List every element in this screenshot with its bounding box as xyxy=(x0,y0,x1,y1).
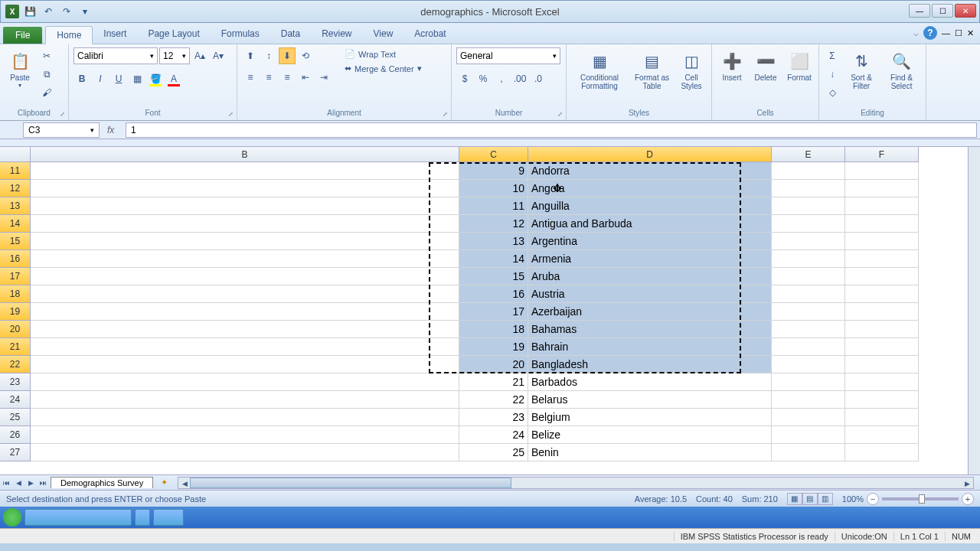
cell[interactable] xyxy=(772,197,845,215)
tab-data[interactable]: Data xyxy=(270,25,311,44)
normal-view-icon[interactable]: ▦ xyxy=(787,493,802,505)
cell[interactable]: 12 xyxy=(459,215,528,233)
cell[interactable]: Azerbaijan xyxy=(528,303,772,321)
cell[interactable] xyxy=(772,303,845,321)
taskbar-item[interactable] xyxy=(135,509,150,526)
cell[interactable] xyxy=(772,250,845,268)
page-break-view-icon[interactable]: ▥ xyxy=(818,493,833,505)
underline-button[interactable]: U xyxy=(110,70,127,87)
save-icon[interactable]: 💾 xyxy=(22,4,38,19)
cell[interactable] xyxy=(845,409,919,426)
cell[interactable] xyxy=(772,373,845,391)
undo-icon[interactable]: ↶ xyxy=(41,4,56,19)
tab-review[interactable]: Review xyxy=(311,25,362,44)
horizontal-scrollbar[interactable]: ◀ ▶ xyxy=(178,477,974,489)
cell[interactable]: 25 xyxy=(459,444,528,461)
cell[interactable] xyxy=(845,162,919,180)
align-right-icon[interactable]: ≡ xyxy=(279,69,296,86)
orientation-icon[interactable]: ⟲ xyxy=(297,47,314,64)
cell[interactable] xyxy=(31,426,459,444)
number-launcher-icon[interactable]: ⤢ xyxy=(555,109,564,119)
merge-center-button[interactable]: ⬌ Merge & Center ▾ xyxy=(341,62,425,75)
cell[interactable]: 19 xyxy=(459,338,528,356)
number-format-combo[interactable]: General▾ xyxy=(456,47,560,64)
cell[interactable]: 15 xyxy=(459,268,528,285)
cell[interactable] xyxy=(772,268,845,285)
hscroll-right-icon[interactable]: ▶ xyxy=(961,478,973,490)
cell[interactable]: Anguilla xyxy=(528,197,772,215)
row-header[interactable]: 12 xyxy=(0,180,31,197)
cell[interactable]: Aruba xyxy=(528,268,772,285)
start-button[interactable] xyxy=(3,508,21,527)
page-layout-view-icon[interactable]: ▤ xyxy=(802,493,818,505)
maximize-button[interactable]: ☐ xyxy=(932,4,953,18)
cell[interactable] xyxy=(772,180,845,197)
row-header[interactable]: 17 xyxy=(0,268,31,285)
clipboard-launcher-icon[interactable]: ⤢ xyxy=(57,109,67,119)
cell[interactable]: 20 xyxy=(459,356,528,373)
font-size-combo[interactable]: 12 ▾ xyxy=(159,47,190,64)
find-select-button[interactable]: 🔍Find & Select xyxy=(882,47,921,92)
zoom-out-button[interactable]: − xyxy=(867,493,879,505)
cell[interactable] xyxy=(845,321,919,338)
cell[interactable] xyxy=(845,197,919,215)
row-header[interactable]: 21 xyxy=(0,338,31,356)
cell[interactable] xyxy=(845,268,919,285)
cell[interactable] xyxy=(31,338,459,356)
alignment-launcher-icon[interactable]: ⤢ xyxy=(440,109,449,119)
cell[interactable]: 14 xyxy=(459,250,528,268)
cell[interactable]: 16 xyxy=(459,285,528,303)
border-icon[interactable]: ▦ xyxy=(129,70,145,87)
tab-page-layout[interactable]: Page Layout xyxy=(137,25,210,44)
row-header[interactable]: 25 xyxy=(0,409,31,426)
taskbar-item[interactable] xyxy=(153,509,184,526)
hscroll-thumb[interactable] xyxy=(190,478,511,488)
cell[interactable]: Benin xyxy=(528,444,772,461)
copy-icon[interactable]: ⧉ xyxy=(38,66,55,83)
cell[interactable] xyxy=(845,426,919,444)
conditional-formatting-button[interactable]: ▦Conditional Formatting xyxy=(571,47,628,92)
align-center-icon[interactable]: ≡ xyxy=(260,69,277,86)
row-header[interactable]: 24 xyxy=(0,391,31,409)
window-close-icon[interactable]: ✕ xyxy=(967,28,974,38)
cell[interactable]: 9 xyxy=(459,162,528,180)
spreadsheet-grid[interactable]: BCDEF 1112131415161718192021222324252627… xyxy=(0,147,980,474)
cell[interactable] xyxy=(772,391,845,409)
cell[interactable]: 23 xyxy=(459,409,528,426)
autosum-icon[interactable]: Σ xyxy=(824,47,841,64)
window-restore-icon[interactable]: ☐ xyxy=(955,28,962,38)
sort-filter-button[interactable]: ⇅Sort & Filter xyxy=(844,47,879,92)
zoom-in-button[interactable]: + xyxy=(962,493,974,505)
currency-icon[interactable]: $ xyxy=(456,70,473,87)
taskbar-item[interactable] xyxy=(24,509,132,526)
cell[interactable] xyxy=(845,180,919,197)
tab-home[interactable]: Home xyxy=(45,26,93,44)
cell[interactable] xyxy=(845,356,919,373)
name-box[interactable]: C3▾ xyxy=(23,122,100,138)
paste-button[interactable]: 📋 Paste ▾ xyxy=(5,47,35,90)
cell[interactable] xyxy=(31,215,459,233)
cell[interactable] xyxy=(31,321,459,338)
shrink-font-icon[interactable]: A▾ xyxy=(210,47,227,64)
cell[interactable] xyxy=(31,233,459,250)
zoom-slider[interactable] xyxy=(882,497,959,500)
cell[interactable]: Bahrain xyxy=(528,338,772,356)
tab-view[interactable]: View xyxy=(363,25,404,44)
row-header[interactable]: 27 xyxy=(0,444,31,461)
cell[interactable]: Andorra xyxy=(528,162,772,180)
cell[interactable]: 13 xyxy=(459,233,528,250)
sheet-tab[interactable]: Demographics Survey xyxy=(51,477,153,488)
cell[interactable] xyxy=(772,338,845,356)
align-bottom-icon[interactable]: ⬇ xyxy=(279,47,296,64)
cell[interactable] xyxy=(845,391,919,409)
cell[interactable] xyxy=(31,409,459,426)
row-header[interactable]: 26 xyxy=(0,426,31,444)
cell[interactable] xyxy=(845,215,919,233)
select-all-corner[interactable] xyxy=(0,147,31,162)
sheet-nav-next-icon[interactable]: ▶ xyxy=(24,477,37,489)
cell[interactable] xyxy=(772,285,845,303)
align-top-icon[interactable]: ⬆ xyxy=(242,47,259,64)
cell[interactable]: Austria xyxy=(528,285,772,303)
cell[interactable]: 11 xyxy=(459,197,528,215)
cell[interactable] xyxy=(31,303,459,321)
